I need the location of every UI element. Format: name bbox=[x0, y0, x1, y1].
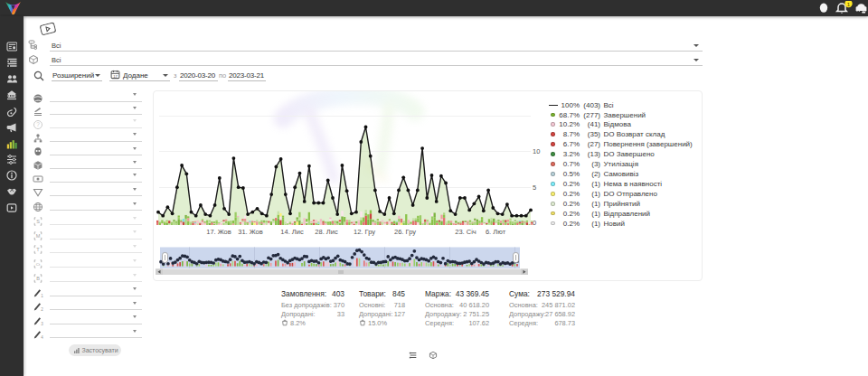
svg-text:26. Гру: 26. Гру bbox=[394, 228, 416, 236]
svg-text:6. Лют: 6. Лют bbox=[486, 228, 506, 236]
svg-text:M: M bbox=[36, 233, 41, 239]
svg-text:T: T bbox=[36, 247, 40, 252]
svg-text:14. Лис: 14. Лис bbox=[280, 228, 304, 236]
svg-text:17: 17 bbox=[113, 74, 118, 79]
svg-text:23. Січ: 23. Січ bbox=[455, 228, 476, 236]
svg-text:3: 3 bbox=[41, 322, 43, 326]
svg-text:B: B bbox=[36, 276, 40, 281]
svg-text:Ct: Ct bbox=[36, 262, 41, 267]
svg-text:5: 5 bbox=[533, 183, 536, 192]
svg-text:28. Лис: 28. Лис bbox=[315, 228, 338, 236]
svg-text:1: 1 bbox=[41, 294, 43, 298]
svg-text:31. Жов: 31. Жов bbox=[238, 228, 263, 236]
svg-text:2: 2 bbox=[41, 307, 43, 312]
svg-text:17. Жов: 17. Жов bbox=[206, 228, 231, 236]
svg-text:S: S bbox=[36, 219, 40, 224]
svg-text:12. Гру: 12. Гру bbox=[354, 228, 375, 236]
svg-text:0: 0 bbox=[533, 219, 536, 227]
svg-text:10: 10 bbox=[533, 147, 540, 155]
svg-text:?: ? bbox=[36, 121, 40, 127]
svg-text:4: 4 bbox=[41, 335, 43, 340]
